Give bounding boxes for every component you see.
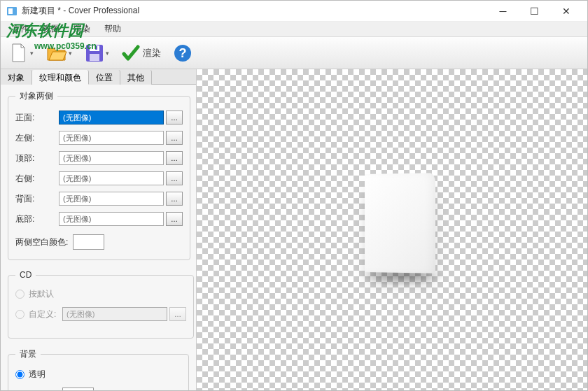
front-browse-button[interactable]: … [166,111,183,125]
front-input[interactable] [59,111,164,125]
cd-custom-label: 自定义: [29,308,62,320]
dropdown-arrow-icon: ▾ [69,50,72,57]
help-button[interactable]: ? [171,41,195,66]
background-group: 背景 透明 颜色: [8,348,189,390]
properties-panel: 对象 纹理和颜色 位置 其他 对象两侧 正面: … 左侧: … [1,69,197,390]
dropdown-arrow-icon: ▾ [30,50,34,57]
cd-legend: CD [15,270,36,280]
bg-legend: 背景 [15,348,41,360]
right-label: 右侧: [15,173,59,185]
minimize-button[interactable]: ─ [487,1,519,21]
sides-legend: 对象两侧 [15,90,57,102]
menu-render[interactable]: 渲染 [66,22,97,36]
cd-custom-radio[interactable] [15,310,24,319]
content-area: 对象 纹理和颜色 位置 其他 对象两侧 正面: … 左侧: … [1,69,587,390]
cd-browse-button: … [169,307,186,321]
tab-other[interactable]: 其他 [120,70,152,85]
left-browse-button[interactable]: … [166,131,183,145]
tab-textures[interactable]: 纹理和颜色 [32,70,89,85]
bg-transparent-label: 透明 [29,369,46,381]
sides-group: 对象两侧 正面: … 左侧: … 顶部: … [8,90,190,260]
save-button[interactable]: ▾ [82,41,112,66]
app-window: 新建项目 * - Cover Professional ─ ☐ ✕ 河东软件园 … [0,0,588,391]
svg-rect-3 [90,45,99,51]
blank-color-label: 两侧空白颜色: [15,236,73,248]
floppy-disk-icon [85,43,104,63]
panel-body: 对象两侧 正面: … 左侧: … 顶部: … [1,85,196,390]
left-input[interactable] [59,131,164,145]
right-browse-button[interactable]: … [166,171,183,185]
preview-area[interactable] [197,69,587,390]
cd-default-radio[interactable] [15,290,24,299]
svg-rect-5 [95,46,97,50]
menu-view[interactable]: 视图 [36,22,66,36]
svg-rect-4 [90,54,99,61]
left-label: 左侧: [15,132,59,144]
menu-help[interactable]: 帮助 [97,22,128,36]
help-icon: ? [174,44,192,62]
bg-color-swatch[interactable] [62,388,94,390]
back-browse-button[interactable]: … [166,192,183,206]
open-button[interactable]: ▾ [43,41,75,66]
tab-position[interactable]: 位置 [89,70,120,85]
bg-transparent-radio[interactable] [15,370,24,379]
bg-color-label: 颜色: [29,390,62,391]
render-label: 渲染 [143,47,161,59]
menubar: 文件 视图 渲染 帮助 [1,22,587,37]
cd-custom-input [62,307,167,321]
back-input[interactable] [59,192,164,206]
tab-objects[interactable]: 对象 [1,70,32,85]
bottom-browse-button[interactable]: … [166,212,183,226]
cd-default-label: 按默认 [29,288,54,300]
front-label: 正面: [15,112,59,124]
cover-front-face [365,173,435,273]
back-label: 背面: [15,193,59,205]
top-browse-button[interactable]: … [166,151,183,165]
blank-color-swatch[interactable] [73,234,104,250]
titlebar: 新建项目 * - Cover Professional ─ ☐ ✕ [1,1,587,22]
bottom-input[interactable] [59,212,164,226]
menu-file[interactable]: 文件 [5,22,36,36]
window-title: 新建项目 * - Cover Professional [22,5,487,17]
toolbar: ▾ ▾ ▾ 渲染 ? [1,37,587,69]
right-input[interactable] [59,171,164,185]
top-label: 顶部: [15,152,59,164]
new-button[interactable]: ▾ [6,41,36,66]
cd-group: CD 按默认 自定义: … [8,270,194,339]
app-icon [6,6,18,17]
close-button[interactable]: ✕ [550,1,582,21]
maximize-button[interactable]: ☐ [519,1,550,21]
new-file-icon [9,43,29,64]
dropdown-arrow-icon: ▾ [106,50,109,57]
panel-tabs: 对象 纹理和颜色 位置 其他 [1,69,196,85]
bottom-label: 底部: [15,213,59,225]
svg-text:?: ? [179,46,187,60]
render-button[interactable]: 渲染 [119,41,164,66]
check-icon [122,44,140,62]
top-input[interactable] [59,151,164,165]
cover-3d-object[interactable] [365,174,445,283]
folder-open-icon [46,44,67,62]
svg-rect-1 [8,8,13,14]
